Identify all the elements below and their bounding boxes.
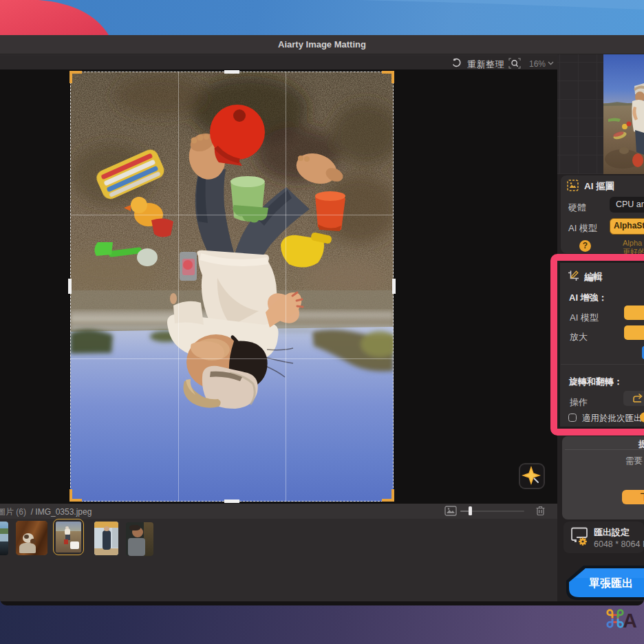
svg-text:單張匯出: 單張匯出 <box>588 577 633 589</box>
svg-text:A: A <box>623 610 637 632</box>
